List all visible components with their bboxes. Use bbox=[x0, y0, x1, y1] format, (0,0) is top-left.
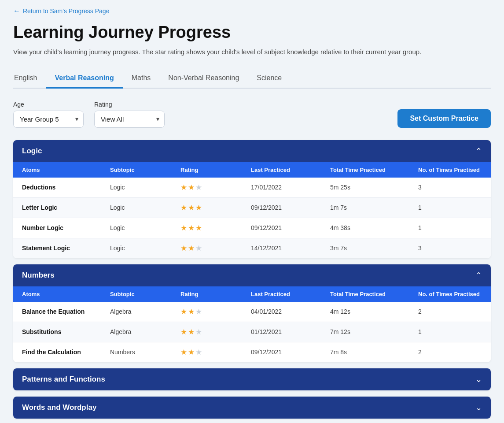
table-row-0-1: Letter Logic Logic ★★★ 09/12/2021 1m 7s … bbox=[13, 198, 491, 218]
cell-date-0-1: 09/12/2021 bbox=[251, 204, 330, 211]
section-patterns-and-functions: Patterns and Functions ⌄ bbox=[13, 368, 491, 390]
star-filled-icon: ★ bbox=[195, 223, 202, 233]
section-title-1: Numbers bbox=[22, 271, 55, 280]
page-title: Learning Journey Progress bbox=[13, 23, 491, 42]
cell-rating-0-1: ★★★ bbox=[180, 203, 251, 212]
section-header-1[interactable]: Numbers ⌃ bbox=[13, 264, 491, 286]
cell-atoms-1-2: Find the Calculation bbox=[22, 349, 110, 356]
cell-rating-1-1: ★★★ bbox=[180, 327, 251, 337]
col-header-0-2: Rating bbox=[180, 167, 251, 173]
filters-row: Age Year Group 4 Year Group 5 Year Group… bbox=[13, 101, 491, 128]
section-logic: Logic ⌃ AtomsSubtopicRatingLast Practice… bbox=[13, 140, 491, 258]
star-filled-icon: ★ bbox=[180, 348, 187, 357]
cell-subtopic-1-2: Numbers bbox=[110, 349, 180, 356]
cell-time-0-1: 1m 7s bbox=[330, 204, 418, 211]
section-title-0: Logic bbox=[22, 147, 42, 156]
table-row-0-0: Deductions Logic ★★★ 17/01/2022 5m 25s 3 bbox=[13, 178, 491, 198]
cell-count-0-2: 1 bbox=[418, 224, 482, 231]
cell-subtopic-1-1: Algebra bbox=[110, 328, 180, 335]
tab-non-verbal-reasoning[interactable]: Non-Verbal Reasoning bbox=[159, 70, 248, 89]
star-filled-icon: ★ bbox=[188, 348, 195, 357]
col-header-0-1: Subtopic bbox=[110, 167, 180, 173]
cell-time-1-1: 7m 12s bbox=[330, 328, 418, 335]
cell-rating-1-0: ★★★ bbox=[180, 307, 251, 316]
star-empty-icon: ★ bbox=[195, 348, 202, 357]
cell-atoms-0-3: Statement Logic bbox=[22, 245, 110, 252]
set-custom-practice-button[interactable]: Set Custom Practice bbox=[397, 109, 491, 128]
cell-rating-0-2: ★★★ bbox=[180, 223, 251, 233]
section-chevron-icon-2: ⌄ bbox=[475, 375, 482, 384]
cell-date-0-2: 09/12/2021 bbox=[251, 224, 330, 231]
section-chevron-icon-0: ⌃ bbox=[475, 146, 482, 156]
cell-date-1-0: 04/01/2022 bbox=[251, 308, 330, 315]
cell-atoms-0-0: Deductions bbox=[22, 184, 110, 191]
col-header-1-3: Last Practiced bbox=[251, 291, 330, 297]
col-header-1-5: No. of Times Practised bbox=[418, 291, 482, 297]
age-filter-group: Age Year Group 4 Year Group 5 Year Group… bbox=[13, 101, 84, 128]
section-header-2[interactable]: Patterns and Functions ⌄ bbox=[13, 368, 491, 390]
section-words-and-wordplay: Words and Wordplay ⌄ bbox=[13, 397, 491, 419]
tab-english[interactable]: English bbox=[13, 70, 46, 89]
age-select[interactable]: Year Group 4 Year Group 5 Year Group 6 bbox=[13, 111, 84, 128]
tab-science[interactable]: Science bbox=[248, 70, 291, 89]
cell-count-0-3: 3 bbox=[418, 245, 482, 252]
sections-container: Logic ⌃ AtomsSubtopicRatingLast Practice… bbox=[13, 140, 491, 419]
page-wrapper: ← Return to Sam's Progress Page Learning… bbox=[0, 0, 504, 423]
col-header-0-3: Last Practiced bbox=[251, 167, 330, 173]
cell-subtopic-1-0: Algebra bbox=[110, 308, 180, 315]
cell-subtopic-0-3: Logic bbox=[110, 245, 180, 252]
star-filled-icon: ★ bbox=[180, 327, 187, 337]
section-header-3[interactable]: Words and Wordplay ⌄ bbox=[13, 397, 491, 419]
cell-date-1-1: 01/12/2021 bbox=[251, 328, 330, 335]
star-filled-icon: ★ bbox=[188, 244, 195, 253]
table-row-1-2: Find the Calculation Numbers ★★★ 09/12/2… bbox=[13, 342, 491, 362]
section-header-0[interactable]: Logic ⌃ bbox=[13, 140, 491, 162]
section-title-2: Patterns and Functions bbox=[22, 375, 105, 384]
cell-date-1-2: 09/12/2021 bbox=[251, 349, 330, 356]
section-chevron-icon-3: ⌄ bbox=[475, 403, 482, 412]
rating-filter-group: Rating View All 1 Star 2 Stars 3 Stars ▾ bbox=[94, 101, 165, 128]
table-row-1-1: Substitutions Algebra ★★★ 01/12/2021 7m … bbox=[13, 322, 491, 342]
star-filled-icon: ★ bbox=[188, 223, 195, 233]
col-header-1-4: Total Time Practiced bbox=[330, 291, 418, 297]
cell-atoms-1-0: Balance the Equation bbox=[22, 308, 110, 315]
star-empty-icon: ★ bbox=[195, 244, 202, 253]
back-link[interactable]: ← Return to Sam's Progress Page bbox=[13, 7, 109, 15]
col-header-1-1: Subtopic bbox=[110, 291, 180, 297]
cell-subtopic-0-0: Logic bbox=[110, 184, 180, 191]
table-row-1-0: Balance the Equation Algebra ★★★ 04/01/2… bbox=[13, 302, 491, 322]
cell-count-1-1: 1 bbox=[418, 328, 482, 335]
star-filled-icon: ★ bbox=[180, 183, 187, 192]
rating-select[interactable]: View All 1 Star 2 Stars 3 Stars bbox=[94, 111, 165, 128]
back-link-label: Return to Sam's Progress Page bbox=[23, 7, 109, 15]
section-chevron-icon-1: ⌃ bbox=[475, 271, 482, 280]
cell-count-1-0: 2 bbox=[418, 308, 482, 315]
col-header-1-2: Rating bbox=[180, 291, 251, 297]
table-row-0-2: Number Logic Logic ★★★ 09/12/2021 4m 38s… bbox=[13, 218, 491, 238]
col-header-1-0: Atoms bbox=[22, 291, 110, 297]
age-label: Age bbox=[13, 101, 84, 108]
back-arrow-icon: ← bbox=[13, 7, 20, 15]
col-header-0-4: Total Time Practiced bbox=[330, 167, 418, 173]
star-filled-icon: ★ bbox=[180, 244, 187, 253]
tab-maths[interactable]: Maths bbox=[123, 70, 160, 89]
cell-atoms-1-1: Substitutions bbox=[22, 328, 110, 335]
cell-count-1-2: 2 bbox=[418, 349, 482, 356]
cell-time-1-2: 7m 8s bbox=[330, 349, 418, 356]
cell-subtopic-0-1: Logic bbox=[110, 204, 180, 211]
star-empty-icon: ★ bbox=[195, 307, 202, 316]
cell-date-0-0: 17/01/2022 bbox=[251, 184, 330, 191]
star-filled-icon: ★ bbox=[180, 223, 187, 233]
section-numbers: Numbers ⌃ AtomsSubtopicRatingLast Practi… bbox=[13, 264, 491, 362]
table-header-0: AtomsSubtopicRatingLast PracticedTotal T… bbox=[13, 162, 491, 178]
subject-tabs: English Verbal Reasoning Maths Non-Verba… bbox=[13, 70, 491, 89]
tab-verbal-reasoning[interactable]: Verbal Reasoning bbox=[46, 70, 122, 89]
cell-count-0-1: 1 bbox=[418, 204, 482, 211]
table-row-0-3: Statement Logic Logic ★★★ 14/12/2021 3m … bbox=[13, 238, 491, 258]
star-filled-icon: ★ bbox=[180, 307, 187, 316]
cell-time-0-2: 4m 38s bbox=[330, 224, 418, 231]
cell-rating-1-2: ★★★ bbox=[180, 348, 251, 357]
star-filled-icon: ★ bbox=[188, 203, 195, 212]
rating-label: Rating bbox=[94, 101, 165, 108]
cell-rating-0-0: ★★★ bbox=[180, 183, 251, 192]
